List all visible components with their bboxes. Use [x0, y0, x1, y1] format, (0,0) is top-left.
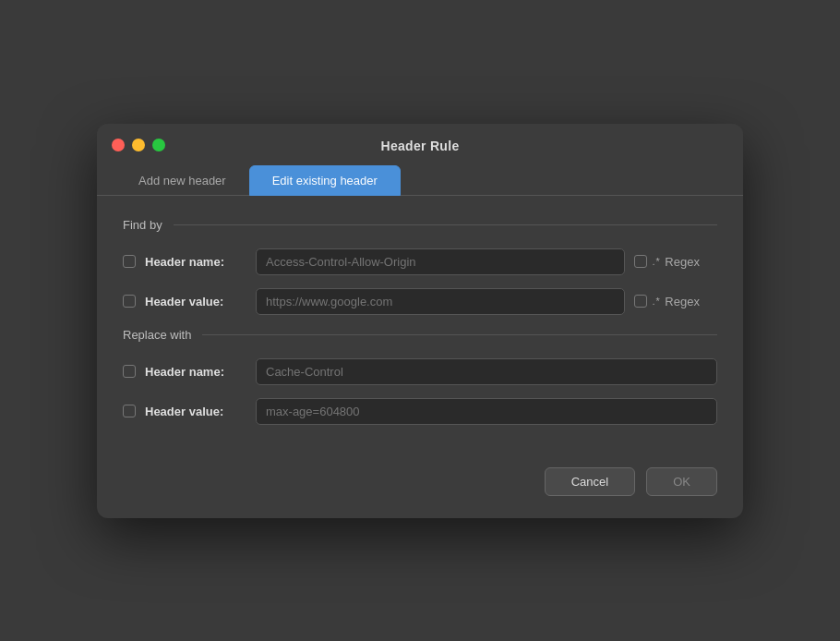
header-rule-dialog: Header Rule Add new header Edit existing… [97, 124, 743, 518]
find-by-section-header: Find by [123, 218, 717, 232]
find-header-value-row: Header value: .* Regex [123, 288, 717, 315]
find-header-name-regex-checkbox[interactable] [634, 255, 647, 268]
find-header-value-checkbox[interactable] [123, 295, 136, 308]
replace-with-divider [202, 334, 717, 335]
replace-header-name-checkbox[interactable] [123, 365, 136, 378]
dialog-body: Find by Header name: .* Regex Header val… [97, 196, 743, 460]
find-by-divider [174, 224, 717, 225]
find-header-name-regex-group: .* Regex [634, 255, 717, 269]
window-controls [112, 139, 165, 151]
replace-header-value-input[interactable] [256, 398, 717, 425]
find-header-value-input[interactable] [256, 288, 625, 315]
find-header-name-label: Header name: [145, 255, 246, 269]
tab-bar: Add new header Edit existing header [97, 153, 743, 196]
replace-header-value-checkbox[interactable] [123, 405, 136, 417]
tab-add-new-header[interactable]: Add new header [115, 165, 249, 196]
close-button[interactable] [112, 139, 125, 151]
dialog-footer: Cancel OK [97, 460, 743, 518]
replace-header-name-input[interactable] [256, 358, 717, 385]
replace-header-name-label: Header name: [145, 365, 246, 379]
replace-header-value-row: Header value: [123, 398, 717, 425]
replace-header-value-label: Header value: [145, 405, 246, 418]
find-header-name-row: Header name: .* Regex [123, 248, 717, 275]
minimize-button[interactable] [132, 139, 145, 151]
replace-with-label: Replace with [123, 328, 191, 342]
find-header-name-checkbox[interactable] [123, 255, 136, 268]
tab-edit-existing-header[interactable]: Edit existing header [249, 165, 401, 196]
find-header-name-input[interactable] [256, 248, 625, 275]
replace-with-section-header: Replace with [123, 328, 717, 342]
find-header-value-regex-label: Regex [665, 295, 700, 308]
find-header-name-regex-label: Regex [665, 255, 700, 269]
find-by-label: Find by [123, 218, 162, 232]
find-header-value-regex-group: .* Regex [634, 295, 717, 308]
maximize-button[interactable] [152, 139, 165, 151]
title-bar: Header Rule [97, 124, 743, 153]
find-header-value-label: Header value: [145, 295, 246, 308]
replace-header-name-row: Header name: [123, 358, 717, 385]
find-header-value-regex-checkbox[interactable] [634, 295, 647, 308]
dialog-title: Header Rule [381, 139, 460, 153]
cancel-button[interactable]: Cancel [545, 467, 635, 496]
ok-button[interactable]: OK [646, 467, 717, 496]
